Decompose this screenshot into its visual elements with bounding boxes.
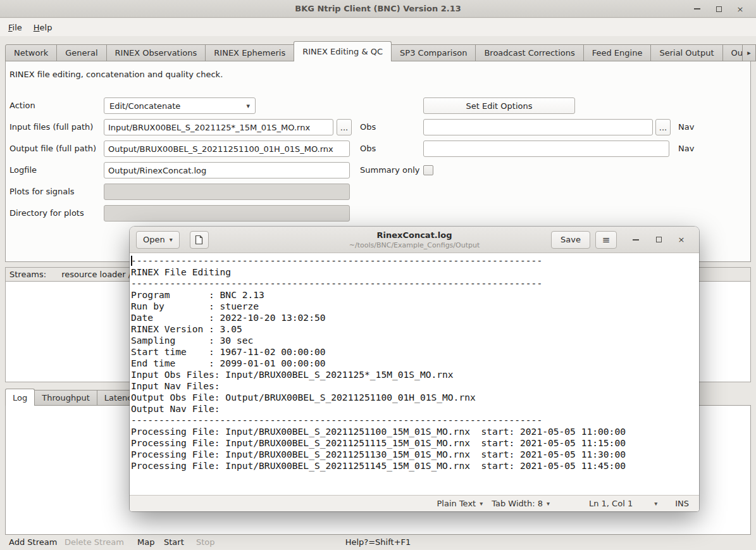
insert-mode-indicator[interactable]: INS: [675, 499, 689, 508]
editor-headerbar: Open ▾ RinexConcat.log ~/tools/BNC/Examp…: [130, 227, 699, 253]
tab-network[interactable]: Network: [5, 44, 57, 61]
close-button[interactable]: ×: [729, 0, 751, 18]
editor-window-controls: ×: [624, 231, 693, 249]
tab-rinex-observations[interactable]: RINEX Observations: [106, 44, 206, 61]
chevron-down-icon: ▾: [246, 102, 250, 110]
input-obs-label: Obs: [360, 119, 376, 135]
cursor-position-label: Ln 1, Col 1: [589, 499, 633, 508]
plots-signals-row: Plots for signals: [6, 184, 750, 200]
window-title: BKG Ntrip Client (BNC) Version 2.13: [295, 4, 461, 13]
menubar: File Help: [0, 18, 756, 36]
action-label: Action: [9, 97, 35, 114]
input-obs-files-field[interactable]: [104, 119, 333, 135]
minimize-button[interactable]: [686, 0, 708, 18]
action-selected-value: Edit/Concatenate: [109, 101, 180, 111]
set-edit-options-button[interactable]: Set Edit Options: [423, 97, 575, 114]
input-obs-browse-button[interactable]: ...: [337, 119, 352, 135]
logfile-row: Logfile Summary only: [6, 162, 750, 178]
output-obs-label: Obs: [360, 141, 376, 157]
map-button[interactable]: Map: [137, 535, 154, 550]
bottom-tab-bar: Log Throughput Latency: [5, 389, 144, 406]
close-icon: ×: [737, 4, 744, 14]
input-nav-label: Nav: [678, 119, 694, 135]
tab-rinex-editing-qc[interactable]: RINEX Editing & QC: [294, 41, 392, 61]
editor-header-right: Save ≡ ×: [551, 231, 693, 249]
language-label: Plain Text: [437, 499, 476, 508]
language-selector[interactable]: Plain Text ▾: [437, 499, 483, 508]
log-file-content[interactable]: ----------------------------------------…: [131, 255, 626, 472]
window-controls: ×: [686, 0, 751, 18]
output-obs-file-field[interactable]: [104, 141, 350, 157]
editor-minimize-button[interactable]: [624, 231, 647, 249]
chevron-down-icon: ▾: [480, 500, 483, 507]
editor-title: RinexConcat.log: [349, 230, 480, 241]
tab-sp3-comparison[interactable]: SP3 Comparison: [391, 44, 476, 61]
editor-subtitle: ~/tools/BNC/Example_Configs/Output: [349, 241, 480, 251]
logfile-label: Logfile: [9, 162, 37, 178]
bnc-main-window: BKG Ntrip Client (BNC) Version 2.13 × Fi…: [0, 0, 756, 550]
output-nav-label: Nav: [678, 141, 694, 157]
minimize-icon: [694, 8, 700, 9]
maximize-button[interactable]: [708, 0, 729, 18]
input-nav-browse-button[interactable]: ...: [655, 119, 671, 135]
tab-scroll-right-button[interactable]: ▸: [742, 44, 756, 61]
cursor-position[interactable]: Ln 1, Col 1: [589, 499, 633, 508]
editor-text-area[interactable]: ----------------------------------------…: [130, 253, 699, 495]
editor-maximize-button[interactable]: [647, 231, 670, 249]
action-select[interactable]: Edit/Concatenate ▾: [104, 97, 256, 114]
tab-serial-output[interactable]: Serial Output: [650, 44, 722, 61]
summary-only-label: Summary only: [360, 162, 419, 178]
chevron-down-icon: ▾: [170, 236, 173, 243]
streams-label: Streams:: [9, 270, 46, 279]
logfile-field[interactable]: [104, 162, 350, 178]
start-button[interactable]: Start: [164, 535, 184, 550]
panel-description: RINEX file editing, concatenation and qu…: [9, 70, 223, 79]
delete-stream-button: Delete Stream: [65, 535, 124, 550]
editor-close-button[interactable]: ×: [670, 231, 693, 249]
minimize-icon: [633, 239, 639, 241]
plots-signals-field: [104, 184, 350, 200]
plots-directory-row: Directory for plots: [6, 205, 750, 222]
add-stream-button[interactable]: Add Stream: [9, 535, 57, 550]
plots-signals-label: Plots for signals: [9, 184, 75, 200]
tab-broadcast-corrections[interactable]: Broadcast Corrections: [475, 44, 583, 61]
maximize-icon: [716, 6, 722, 12]
chevron-down-icon: ▾: [547, 500, 550, 507]
plots-directory-label: Directory for plots: [9, 205, 84, 222]
tab-overflow-truncated[interactable]: Ou: [722, 44, 743, 61]
tab-general[interactable]: General: [56, 44, 106, 61]
action-row: Action Edit/Concatenate ▾ Set Edit Optio…: [6, 97, 750, 114]
save-button[interactable]: Save: [551, 231, 590, 249]
tab-feed-engine[interactable]: Feed Engine: [583, 44, 652, 61]
plots-directory-field: [104, 205, 350, 222]
maximize-icon: [656, 237, 662, 242]
editor-title-block: RinexConcat.log ~/tools/BNC/Example_Conf…: [349, 230, 480, 250]
input-nav-files-field[interactable]: [423, 119, 653, 135]
bottom-action-bar: Help?=Shift+F1 Add Stream Delete Stream …: [0, 535, 756, 550]
chevron-right-icon: ▸: [747, 49, 751, 57]
titlebar: BKG Ntrip Client (BNC) Version 2.13 ×: [0, 0, 756, 18]
menu-file[interactable]: File: [3, 20, 28, 35]
output-nav-file-field[interactable]: [423, 141, 669, 157]
tab-width-label: Tab Width: 8: [492, 499, 543, 508]
menu-help[interactable]: Help: [28, 20, 58, 35]
streams-header-text: resource loader / n: [61, 270, 139, 279]
tab-throughput[interactable]: Throughput: [34, 390, 97, 406]
open-button-label: Open: [143, 235, 165, 244]
input-files-row: Input files (full path) ... Obs ... Nav: [6, 119, 750, 135]
rinexconcat-log-editor-window: Open ▾ RinexConcat.log ~/tools/BNC/Examp…: [130, 227, 699, 511]
new-document-icon: [194, 235, 204, 245]
tab-log[interactable]: Log: [5, 389, 35, 406]
open-button[interactable]: Open ▾: [136, 231, 180, 249]
tab-rinex-ephemeris[interactable]: RINEX Ephemeris: [205, 44, 294, 61]
new-document-button[interactable]: [190, 231, 209, 249]
hamburger-icon: ≡: [602, 234, 610, 246]
editor-statusbar: Plain Text ▾ Tab Width: 8 ▾ Ln 1, Col 1 …: [130, 495, 699, 511]
chevron-down-icon[interactable]: ▾: [654, 500, 657, 507]
tab-bar: Network General RINEX Observations RINEX…: [0, 41, 756, 61]
input-files-label: Input files (full path): [9, 119, 93, 135]
tab-width-selector[interactable]: Tab Width: 8 ▾: [492, 499, 550, 508]
summary-only-checkbox[interactable]: [423, 165, 433, 175]
output-file-row: Output file (full path) Obs Nav: [6, 141, 750, 157]
hamburger-menu-button[interactable]: ≡: [595, 231, 617, 249]
